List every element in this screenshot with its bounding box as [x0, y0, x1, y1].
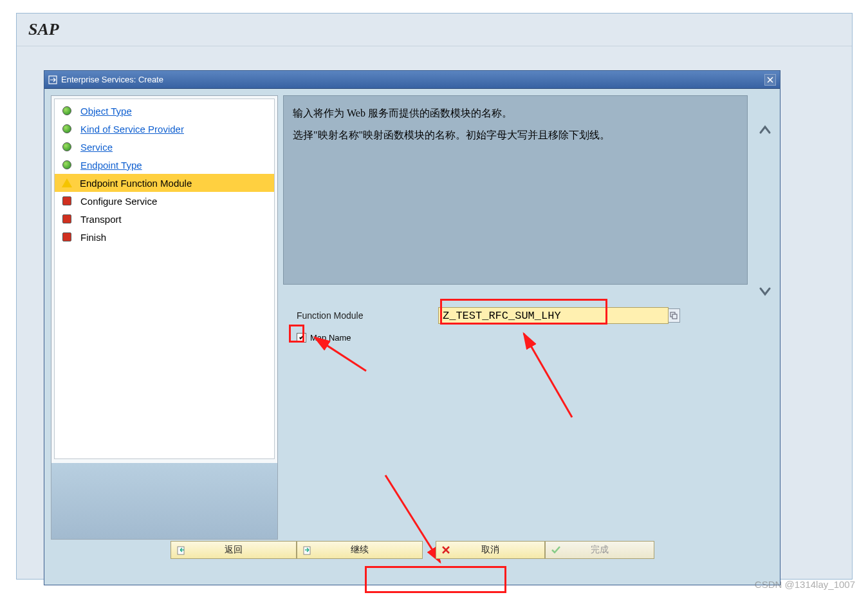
status-done-icon	[62, 160, 71, 169]
step-configure-service: Configure Service	[55, 192, 274, 210]
step-finish: Finish	[55, 228, 274, 246]
status-todo-icon	[62, 196, 71, 205]
back-icon	[176, 545, 187, 555]
finish-button: 完成	[545, 541, 654, 559]
description-line: 输入将作为 Web 服务而提供的函数模块的名称。	[293, 102, 738, 124]
svg-rect-7	[304, 547, 310, 554]
step-label[interactable]: Kind of Service Provider	[80, 124, 184, 135]
button-label: 返回	[225, 544, 243, 556]
step-endpoint-type[interactable]: Endpoint Type	[55, 156, 274, 174]
cancel-icon	[441, 545, 450, 554]
sap-logo: SAP	[17, 14, 852, 46]
function-module-row: Function Module	[289, 307, 765, 325]
step-label[interactable]: Service	[80, 142, 113, 153]
button-label: 取消	[481, 544, 499, 556]
form-area: Function Module ✔ Map Name	[289, 307, 765, 350]
scroll-up-icon[interactable]	[758, 121, 772, 142]
status-done-icon	[62, 106, 71, 115]
status-current-icon	[62, 178, 72, 187]
button-label: 完成	[591, 544, 609, 556]
dialog-title: Enterprise Services: Create	[61, 75, 764, 84]
app-window: SAP Enterprise Services: Create Object T…	[16, 13, 853, 580]
finish-icon	[551, 545, 561, 554]
step-label: Configure Service	[80, 196, 157, 207]
wizard-steps-list: Object Type Kind of Service Provider Ser…	[54, 99, 275, 459]
map-name-label: Map Name	[310, 333, 351, 343]
map-name-row: ✔ Map Name	[289, 328, 765, 346]
status-todo-icon	[62, 214, 71, 223]
dialog-icon	[48, 75, 57, 84]
back-button[interactable]: 返回	[171, 541, 297, 559]
button-label: 继续	[351, 544, 369, 556]
step-kind-of-service-provider[interactable]: Kind of Service Provider	[55, 120, 274, 138]
close-icon[interactable]	[764, 74, 776, 86]
wizard-footer: 返回 继续 取消	[44, 541, 780, 562]
step-label[interactable]: Endpoint Type	[80, 160, 142, 171]
wizard-steps-panel: Object Type Kind of Service Provider Ser…	[51, 95, 278, 540]
map-name-checkbox[interactable]: ✔	[297, 333, 306, 343]
function-module-input[interactable]	[438, 307, 669, 324]
function-module-label: Function Module	[289, 310, 438, 321]
status-done-icon	[62, 124, 71, 133]
description-panel: 输入将作为 Web 服务而提供的函数模块的名称。 选择"映射名称"映射函数模块的…	[283, 95, 748, 285]
step-label: Transport	[80, 214, 122, 225]
annotation-highlight	[365, 566, 506, 593]
cancel-button[interactable]: 取消	[436, 541, 545, 559]
continue-icon	[302, 545, 313, 555]
step-transport: Transport	[55, 210, 274, 228]
function-module-input-wrap	[438, 307, 669, 324]
step-object-type[interactable]: Object Type	[55, 102, 274, 120]
step-label: Endpoint Function Module	[80, 178, 192, 189]
continue-button[interactable]: 继续	[297, 541, 423, 559]
dialog-body: Object Type Kind of Service Provider Ser…	[44, 89, 780, 565]
f4-help-icon[interactable]	[667, 308, 680, 323]
description-line: 选择"映射名称"映射函数模块的名称。初始字母大写并且移除下划线。	[293, 124, 738, 146]
dialog-titlebar: Enterprise Services: Create	[44, 71, 780, 89]
watermark: CSDN @1314lay_1007	[755, 579, 855, 590]
wizard-dialog: Enterprise Services: Create Object Type …	[44, 70, 780, 585]
step-label: Finish	[80, 232, 106, 243]
status-todo-icon	[62, 232, 71, 241]
step-endpoint-function-module: Endpoint Function Module	[55, 174, 274, 192]
nav-panel-lower	[51, 463, 277, 539]
svg-rect-2	[672, 314, 677, 319]
status-done-icon	[62, 142, 71, 151]
step-service[interactable]: Service	[55, 138, 274, 156]
step-label[interactable]: Object Type	[80, 106, 132, 117]
scroll-down-icon[interactable]	[758, 282, 772, 303]
